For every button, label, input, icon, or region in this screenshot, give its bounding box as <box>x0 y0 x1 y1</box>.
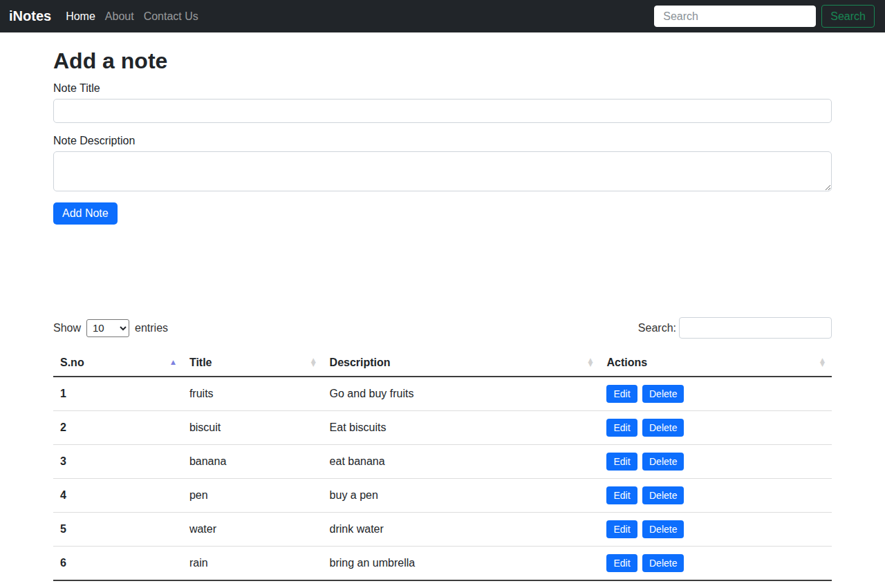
column-header-title[interactable]: Title ▲▼ <box>183 350 323 377</box>
note-title-label: Note Title <box>53 82 832 95</box>
cell-actions: Edit Delete <box>599 479 832 513</box>
edit-button[interactable]: Edit <box>606 453 637 471</box>
show-label: Show <box>53 322 81 334</box>
column-header-label: S.no <box>60 357 84 368</box>
sort-both-icon: ▲▼ <box>311 359 316 367</box>
nav-item-contact-us[interactable]: Contact Us <box>139 5 203 28</box>
sort-asc-icon: ▲▼ <box>171 361 176 366</box>
delete-button[interactable]: Delete <box>642 385 684 403</box>
column-header-sno[interactable]: S.no ▲▼ <box>53 350 183 377</box>
delete-button[interactable]: Delete <box>642 520 684 538</box>
delete-button[interactable]: Delete <box>642 486 684 504</box>
table-row: 6 rain bring an umbrella Edit Delete <box>53 547 832 581</box>
navbar-search-input[interactable] <box>654 6 816 27</box>
cell-description: buy a pen <box>323 479 600 513</box>
page-length-control: Show 10 entries <box>53 319 168 337</box>
notes-table: S.no ▲▼ Title ▲▼ Description ▲▼ Actions … <box>53 350 832 581</box>
datatable-controls: Show 10 entries Search: <box>53 317 832 339</box>
cell-description: Eat biscuits <box>323 411 600 445</box>
cell-actions: Edit Delete <box>599 547 832 581</box>
navbar: iNotes Home About Contact Us Search <box>0 0 885 32</box>
edit-button[interactable]: Edit <box>606 486 637 504</box>
entries-label: entries <box>135 322 168 334</box>
navbar-search-button[interactable]: Search <box>821 5 875 28</box>
cell-sno: 6 <box>53 547 183 581</box>
edit-button[interactable]: Edit <box>606 554 637 572</box>
sort-both-icon: ▲▼ <box>588 359 593 367</box>
sort-both-icon: ▲▼ <box>820 359 825 367</box>
column-header-description[interactable]: Description ▲▼ <box>323 350 600 377</box>
cell-sno: 4 <box>53 479 183 513</box>
cell-sno: 2 <box>53 411 183 445</box>
delete-button[interactable]: Delete <box>642 419 684 437</box>
navbar-search-form: Search <box>654 5 875 28</box>
cell-title: banana <box>183 445 323 479</box>
delete-button[interactable]: Delete <box>642 453 684 471</box>
header-row: S.no ▲▼ Title ▲▼ Description ▲▼ Actions … <box>53 350 832 377</box>
delete-button[interactable]: Delete <box>642 554 684 572</box>
notes-datatable: Show 10 entries Search: S.no ▲▼ <box>53 317 832 588</box>
cell-title: fruits <box>183 377 323 411</box>
table-row: 3 banana eat banana Edit Delete <box>53 445 832 479</box>
cell-sno: 1 <box>53 377 183 411</box>
cell-actions: Edit Delete <box>599 513 832 547</box>
cell-description: eat banana <box>323 445 600 479</box>
edit-button[interactable]: Edit <box>606 385 637 403</box>
notes-table-head: S.no ▲▼ Title ▲▼ Description ▲▼ Actions … <box>53 350 832 377</box>
nav-links: Home About Contact Us <box>61 5 203 28</box>
nav-item-about[interactable]: About <box>100 5 139 28</box>
column-header-label: Actions <box>606 357 647 368</box>
page-length-select[interactable]: 10 <box>86 319 129 337</box>
column-header-label: Title <box>189 357 212 368</box>
column-header-actions[interactable]: Actions ▲▼ <box>599 350 832 377</box>
brand-logo[interactable]: iNotes <box>9 8 51 24</box>
cell-sno: 5 <box>53 513 183 547</box>
cell-actions: Edit Delete <box>599 445 832 479</box>
edit-button[interactable]: Edit <box>606 419 637 437</box>
cell-title: biscuit <box>183 411 323 445</box>
table-search-control: Search: <box>638 317 832 339</box>
page-title: Add a note <box>53 48 832 74</box>
cell-actions: Edit Delete <box>599 411 832 445</box>
main-container: Add a note Note Title Note Description A… <box>53 48 832 588</box>
cell-title: rain <box>183 547 323 581</box>
nav-item-home[interactable]: Home <box>61 5 100 28</box>
note-title-input[interactable] <box>53 99 832 123</box>
notes-table-body: 1 fruits Go and buy fruits Edit Delete 2… <box>53 377 832 580</box>
table-row: 1 fruits Go and buy fruits Edit Delete <box>53 377 832 411</box>
cell-title: pen <box>183 479 323 513</box>
edit-button[interactable]: Edit <box>606 520 637 538</box>
cell-actions: Edit Delete <box>599 377 832 411</box>
add-note-button[interactable]: Add Note <box>53 202 118 225</box>
cell-description: Go and buy fruits <box>323 377 600 411</box>
table-row: 2 biscuit Eat biscuits Edit Delete <box>53 411 832 445</box>
cell-sno: 3 <box>53 445 183 479</box>
note-description-label: Note Description <box>53 135 832 147</box>
cell-description: drink water <box>323 513 600 547</box>
cell-description: bring an umbrella <box>323 547 600 581</box>
table-search-label: Search: <box>638 322 676 334</box>
column-header-label: Description <box>330 357 391 368</box>
table-search-input[interactable] <box>679 317 832 339</box>
cell-title: water <box>183 513 323 547</box>
note-description-textarea[interactable] <box>53 151 832 191</box>
table-row: 4 pen buy a pen Edit Delete <box>53 479 832 513</box>
table-row: 5 water drink water Edit Delete <box>53 513 832 547</box>
